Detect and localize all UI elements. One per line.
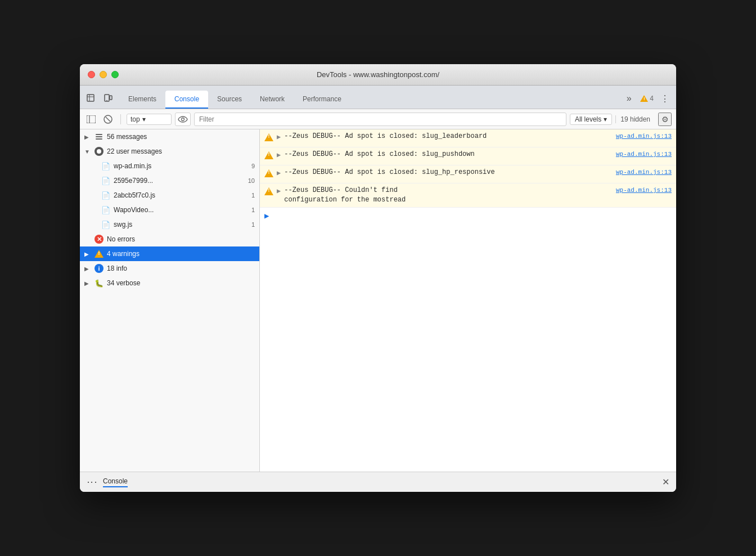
settings-button[interactable]: ⚙ bbox=[658, 113, 672, 126]
title-bar: DevTools - www.washingtonpost.com/ bbox=[80, 64, 676, 86]
bottom-close-button[interactable]: ✕ bbox=[662, 477, 669, 487]
expand-arrow-warnings: ▶ bbox=[84, 251, 91, 257]
warning-badge-icon: ! bbox=[640, 95, 648, 102]
console-entry-4: ! ▶ --Zeus DEBUG-- Couldn't findconfigur… bbox=[260, 183, 676, 208]
info-icon: i bbox=[94, 264, 104, 273]
sidebar-item-no-errors[interactable]: ▶ ✕ No errors bbox=[80, 232, 259, 246]
tabs-left-icons bbox=[84, 92, 115, 109]
2abc-label: 2abcb5f7c0.js bbox=[114, 191, 248, 199]
entry-source-2[interactable]: wp-ad.min.js:13 bbox=[616, 151, 672, 158]
entry-source-1[interactable]: wp-ad.min.js:13 bbox=[616, 133, 672, 140]
no-errors-label: No errors bbox=[107, 235, 255, 243]
sidebar-item-wp-ad[interactable]: ▶ 📄 wp-ad.min.js 9 bbox=[80, 159, 259, 173]
entry-warning-icon-4: ! bbox=[264, 187, 273, 196]
sidebar-item-warnings[interactable]: ▶ ! 4 warnings bbox=[80, 246, 259, 261]
toolbar-divider bbox=[120, 114, 121, 124]
more-tabs-button[interactable]: » bbox=[622, 92, 636, 105]
expand-arrow-verbose: ▶ bbox=[84, 280, 91, 286]
minimize-button[interactable] bbox=[100, 71, 107, 78]
prompt-arrow-icon: ▶ bbox=[264, 211, 269, 221]
console-sidebar: ▶ 56 messages ▼ 22 user messages bbox=[80, 129, 260, 472]
swg-label: swg.js bbox=[114, 221, 248, 228]
svg-rect-0 bbox=[87, 95, 94, 101]
clear-console-button[interactable] bbox=[101, 113, 115, 126]
entry-text-3: --Zeus DEBUG-- Ad spot is closed: slug_h… bbox=[284, 168, 613, 177]
svg-point-5 bbox=[106, 100, 107, 101]
user-messages-label: 22 user messages bbox=[107, 147, 255, 155]
levels-select[interactable]: All levels ▾ bbox=[570, 114, 612, 125]
sidebar-item-wapovideo[interactable]: ▶ 📄 WapoVideo... 1 bbox=[80, 203, 259, 217]
entry-source-3[interactable]: wp-ad.min.js:13 bbox=[616, 169, 672, 176]
bottom-menu-icon[interactable]: ⋮ bbox=[86, 477, 98, 487]
devtools-menu-button[interactable]: ⋮ bbox=[658, 92, 672, 105]
tab-network[interactable]: Network bbox=[251, 91, 294, 109]
expand-arrow-messages: ▶ bbox=[84, 134, 91, 140]
expand-arrow-user: ▼ bbox=[84, 149, 91, 155]
entry-source-4[interactable]: wp-ad.min.js:13 bbox=[616, 187, 672, 194]
2595-label: 2595e7999... bbox=[114, 177, 245, 185]
hidden-count: 19 hidden bbox=[615, 115, 655, 123]
svg-point-10 bbox=[182, 118, 184, 120]
entry-expand-3[interactable]: ▶ bbox=[277, 169, 281, 177]
filter-input[interactable] bbox=[194, 113, 566, 126]
warning-badge: ! 4 bbox=[640, 95, 654, 102]
entry-warning-icon-3: ! bbox=[264, 169, 273, 178]
wapo-label: WapoVideo... bbox=[114, 206, 248, 214]
file-icon-swg: 📄 bbox=[101, 220, 110, 229]
sidebar-item-user-messages[interactable]: ▼ 22 user messages bbox=[80, 144, 259, 159]
swg-count: 1 bbox=[251, 221, 255, 228]
console-entry-2: ! ▶ --Zeus DEBUG-- Ad spot is closed: sl… bbox=[260, 147, 676, 165]
entry-expand-2[interactable]: ▶ bbox=[277, 151, 281, 159]
tab-elements[interactable]: Elements bbox=[119, 91, 165, 109]
inspect-icon[interactable] bbox=[84, 92, 98, 105]
bottom-bar: ⋮ Console ✕ bbox=[80, 472, 676, 492]
info-label: 18 info bbox=[107, 264, 255, 272]
2abc-count: 1 bbox=[251, 192, 255, 199]
svg-rect-6 bbox=[87, 115, 96, 123]
expand-arrow-info: ▶ bbox=[84, 266, 91, 272]
sidebar-item-swg[interactable]: ▶ 📄 swg.js 1 bbox=[80, 217, 259, 232]
sidebar-item-info[interactable]: ▶ i 18 info bbox=[80, 261, 259, 276]
eye-filter-button[interactable] bbox=[175, 113, 191, 126]
entry-text-1: --Zeus DEBUG-- Ad spot is closed: slug_l… bbox=[284, 132, 613, 141]
console-toolbar: top ▾ All levels ▾ 19 hidden ⚙ bbox=[80, 109, 676, 129]
tab-console[interactable]: Console bbox=[165, 91, 208, 109]
entry-text-2: --Zeus DEBUG-- Ad spot is closed: slug_p… bbox=[284, 150, 613, 159]
verbose-icon: 🐛 bbox=[94, 279, 104, 288]
2595-count: 10 bbox=[248, 177, 255, 184]
devtools-window: DevTools - www.washingtonpost.com/ Ele bbox=[80, 64, 676, 492]
file-icon-wapo: 📄 bbox=[101, 205, 110, 214]
list-icon bbox=[94, 132, 104, 141]
entry-expand-1[interactable]: ▶ bbox=[277, 133, 281, 141]
console-entry-3: ! ▶ --Zeus DEBUG-- Ad spot is closed: sl… bbox=[260, 165, 676, 183]
wp-ad-count: 9 bbox=[251, 163, 255, 169]
window-controls bbox=[88, 71, 119, 78]
file-icon-2abc: 📄 bbox=[101, 191, 110, 200]
maximize-button[interactable] bbox=[111, 71, 119, 78]
sidebar-toggle-button[interactable] bbox=[84, 113, 98, 126]
main-content: ▶ 56 messages ▼ 22 user messages bbox=[80, 129, 676, 472]
close-button[interactable] bbox=[88, 71, 95, 78]
levels-chevron-icon: ▾ bbox=[604, 115, 607, 123]
context-select[interactable]: top ▾ bbox=[127, 114, 172, 125]
verbose-label: 34 verbose bbox=[107, 279, 255, 287]
wp-ad-label: wp-ad.min.js bbox=[114, 162, 248, 170]
sidebar-item-verbose[interactable]: ▶ 🐛 34 verbose bbox=[80, 276, 259, 290]
svg-rect-4 bbox=[110, 96, 112, 100]
device-icon[interactable] bbox=[101, 92, 115, 105]
chevron-down-icon: ▾ bbox=[142, 115, 146, 123]
tab-sources[interactable]: Sources bbox=[208, 91, 251, 109]
entry-expand-4[interactable]: ▶ bbox=[277, 187, 281, 195]
tabs-bar: Elements Console Sources Network Perform… bbox=[80, 86, 676, 109]
tab-performance[interactable]: Performance bbox=[294, 91, 350, 109]
svg-line-9 bbox=[106, 117, 110, 122]
file-icon-2595: 📄 bbox=[101, 176, 110, 185]
sidebar-item-messages[interactable]: ▶ 56 messages bbox=[80, 129, 259, 144]
warnings-label: 4 warnings bbox=[107, 250, 255, 258]
window-title: DevTools - www.washingtonpost.com/ bbox=[317, 70, 439, 79]
bottom-tab-label: Console bbox=[103, 477, 128, 487]
file-icon-wp-ad: 📄 bbox=[101, 162, 110, 171]
messages-label: 56 messages bbox=[107, 133, 255, 141]
sidebar-item-2abcb5f7c0[interactable]: ▶ 📄 2abcb5f7c0.js 1 bbox=[80, 188, 259, 203]
sidebar-item-2595e7999[interactable]: ▶ 📄 2595e7999... 10 bbox=[80, 173, 259, 188]
